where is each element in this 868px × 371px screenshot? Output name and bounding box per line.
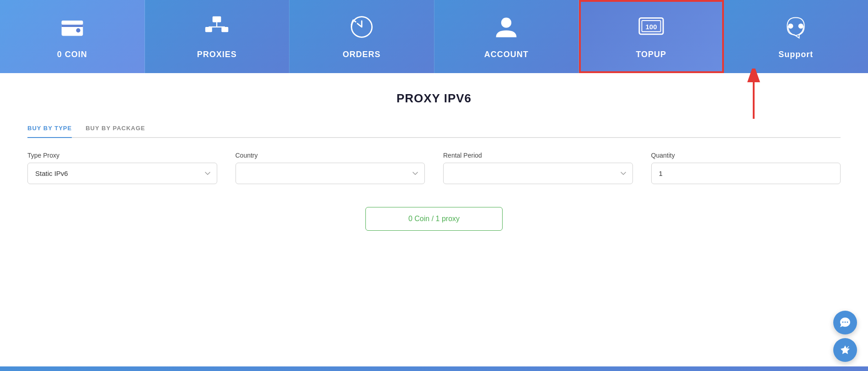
svg-point-11 (501, 17, 511, 27)
topup-icon: 100 (638, 14, 664, 43)
price-button[interactable]: 0 Coin / 1 proxy (365, 207, 503, 231)
main-content: PROXY IPV6 BUY BY TYPE BUY BY PACKAGE Ty… (0, 73, 868, 371)
rental-period-label: Rental Period (443, 152, 633, 159)
price-container: 0 Coin / 1 proxy (27, 207, 841, 231)
tabs-container: BUY BY TYPE BUY BY PACKAGE (27, 119, 841, 138)
page-title: PROXY IPV6 (27, 91, 841, 106)
type-proxy-select[interactable]: Static IPv6 (27, 163, 217, 184)
nav-support-label: Support (778, 50, 813, 59)
svg-point-16 (798, 23, 804, 28)
country-label: Country (236, 152, 425, 159)
nav-item-account[interactable]: ACCOUNT (434, 0, 579, 73)
chat-button[interactable] (833, 311, 857, 334)
svg-text:100: 100 (645, 22, 657, 30)
svg-point-19 (842, 322, 844, 323)
svg-point-15 (788, 23, 793, 28)
form-row: Type Proxy Static IPv6 Country Rental Pe… (27, 152, 841, 184)
svg-point-20 (845, 322, 846, 323)
nav-orders-label: ORDERS (343, 50, 380, 59)
type-proxy-label: Type Proxy (27, 152, 217, 159)
type-proxy-group: Type Proxy Static IPv6 (27, 152, 217, 184)
nav-item-topup[interactable]: 100 TOPUP (579, 0, 724, 73)
wallet-icon (59, 14, 85, 43)
nav-item-coin[interactable]: 0 COIN (0, 0, 145, 73)
nav-topup-label: TOPUP (636, 50, 666, 59)
quantity-input[interactable]: 1 (651, 163, 841, 184)
nav-account-label: ACCOUNT (484, 50, 529, 59)
account-icon (493, 14, 519, 43)
svg-rect-4 (213, 16, 221, 22)
star-button[interactable] (833, 338, 857, 362)
nav-proxies-label: PROXIES (197, 50, 237, 59)
svg-point-21 (847, 322, 848, 323)
svg-point-3 (75, 27, 80, 32)
nav-item-orders[interactable]: ORDERS (289, 0, 434, 73)
rental-period-group: Rental Period (443, 152, 633, 184)
quantity-group: Quantity 1 (651, 152, 841, 184)
country-group: Country (236, 152, 425, 184)
nav-coin-label: 0 COIN (57, 50, 87, 59)
quantity-label: Quantity (651, 152, 841, 159)
proxies-icon (204, 14, 230, 43)
svg-rect-6 (222, 27, 229, 32)
svg-rect-2 (61, 21, 83, 25)
footer-stripe (0, 366, 868, 371)
orders-icon (349, 14, 375, 43)
country-select[interactable] (236, 163, 425, 184)
support-icon (783, 14, 809, 43)
nav-bar: 0 COIN PROXIES (0, 0, 868, 73)
svg-rect-5 (205, 27, 212, 32)
nav-item-proxies[interactable]: PROXIES (145, 0, 290, 73)
tab-buy-by-type[interactable]: BUY BY TYPE (27, 119, 72, 138)
tab-buy-by-package[interactable]: BUY BY PACKAGE (86, 119, 145, 138)
rental-period-select[interactable] (443, 163, 633, 184)
nav-item-support[interactable]: Support (724, 0, 868, 73)
